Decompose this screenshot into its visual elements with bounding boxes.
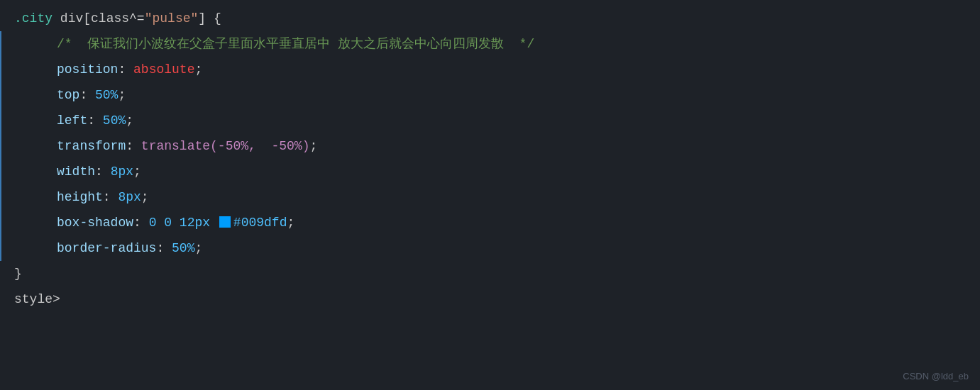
value-box-shadow-nums: 0 0 12px: [149, 213, 218, 233]
code-line-5: left: 50%;: [0, 108, 980, 133]
value-top: 50%: [95, 85, 118, 106]
code-line-11: }: [0, 261, 980, 286]
value-border-radius: 50%: [172, 238, 194, 259]
code-line-1: .city div[class^="pulse"] {: [0, 6, 980, 31]
code-line-9: box-shadow: 0 0 12px #009dfd;: [0, 210, 980, 235]
property-box-shadow: box-shadow: [57, 213, 133, 233]
code-line-4: top: 50%;: [0, 82, 980, 108]
property-left: left: [57, 111, 87, 131]
selector-city: .city: [14, 9, 53, 29]
value-width: 8px: [111, 162, 133, 182]
value-translate: translate(-50%, -50%): [141, 136, 310, 157]
property-transform: transform: [57, 136, 126, 157]
attr-value: "pulse": [145, 9, 199, 29]
code-line-3: position: absolute;: [0, 57, 980, 82]
style-close-tag: style>: [14, 289, 60, 310]
code-line-12: style>: [0, 286, 980, 312]
attr-name: class: [91, 9, 129, 29]
code-line-8: height: 8px;: [0, 184, 980, 210]
brace-close: }: [14, 264, 22, 284]
value-height: 8px: [118, 187, 141, 208]
property-position: position: [57, 60, 118, 80]
property-height: height: [57, 187, 103, 208]
property-width: width: [57, 162, 95, 182]
property-top: top: [57, 85, 79, 106]
code-line-6: transform: translate(-50%, -50%);: [0, 133, 980, 159]
brace-open: {: [214, 9, 221, 29]
color-swatch-009dfd: [219, 216, 231, 228]
code-line-2: /* 保证我们小波纹在父盒子里面水平垂直居中 放大之后就会中心向四周发散 */: [0, 31, 980, 57]
code-line-10: border-radius: 50%;: [0, 235, 980, 261]
watermark: CSDN @ldd_eb: [903, 369, 969, 384]
property-border-radius: border-radius: [57, 238, 156, 259]
value-box-shadow-color: #009dfd: [233, 213, 287, 233]
value-absolute: absolute: [133, 60, 194, 80]
comment-text: /* 保证我们小波纹在父盒子里面水平垂直居中 放大之后就会中心向四周发散 */: [57, 34, 534, 55]
value-left: 50%: [103, 111, 126, 131]
code-editor: .city div[class^="pulse"] { /* 保证我们小波纹在父…: [0, 0, 980, 390]
selector-div: div: [60, 9, 83, 29]
code-line-7: width: 8px;: [0, 159, 980, 184]
